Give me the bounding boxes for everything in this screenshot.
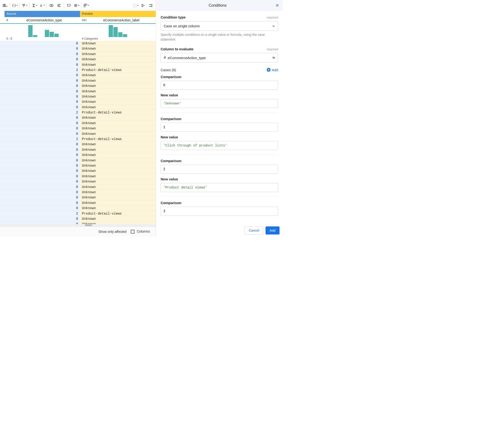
table-row[interactable]: 0 Unknown [0,78,156,83]
new-value-input[interactable] [161,183,278,192]
show-only-affected-label[interactable]: Show only affected [98,230,126,234]
table-row[interactable]: 0 Unknown [0,163,156,168]
table-row[interactable]: 2 Product·detail·views [0,211,156,216]
table-row[interactable]: 0 Unknown [0,52,156,57]
case-block: ComparisonNew value [161,75,278,108]
table-row[interactable]: 2 Product·detail·views [0,137,156,142]
histogram-source[interactable]: 0 - 6 [5,24,80,41]
merge-icon[interactable] [38,2,45,9]
cell-label: Unknown [80,121,156,126]
table-row[interactable]: 0 Unknown [0,168,156,174]
data-grid[interactable]: 0 Unknown 0 Unknown 0 Unknown 0 Unknown … [0,41,156,224]
filter-icon[interactable] [21,2,28,9]
join-icon[interactable] [48,2,55,9]
dedent-icon[interactable] [55,2,63,9]
sigma-icon[interactable] [31,2,38,9]
table-row[interactable]: 0 Unknown [0,121,156,126]
table-row[interactable]: 0 Unknown [0,152,156,158]
svg-rect-7 [84,4,85,5]
new-value-input[interactable] [161,141,278,150]
settings-icon[interactable] [147,2,154,9]
cell-type: 0 [5,190,80,195]
cell-type: 0 [5,195,80,200]
column-menu-icon[interactable] [1,2,9,9]
table-row[interactable]: 0 Unknown [0,158,156,163]
comment-icon[interactable] [65,2,72,9]
table-row[interactable]: 0 Unknown [0,190,156,195]
checkbox-icon[interactable] [131,230,135,234]
horizontal-scrollbar[interactable] [0,224,156,226]
column-source[interactable]: # eCommerceAction_type [5,18,80,22]
cell-type: 0 [5,142,80,147]
table-row[interactable]: 0 Unknown [0,142,156,147]
table-row[interactable]: 0 Unknown [0,126,156,131]
table-row[interactable]: 0 Unknown [0,73,156,78]
table-row[interactable]: 0 Unknown [0,99,156,104]
column-header-source[interactable]: Source [5,11,80,17]
svg-point-5 [74,4,77,7]
condition-type-value: Case on single column [164,24,200,28]
histogram-preview[interactable]: 4 Categories [80,24,156,41]
table-row[interactable]: 0 Unknown [0,41,156,46]
table-row[interactable]: 0 Unknown [0,83,156,89]
comparison-input[interactable] [161,165,278,174]
case-divider [161,154,278,155]
add-button[interactable]: Add [265,226,280,235]
comparison-input[interactable] [161,207,278,216]
new-value-input[interactable] [161,99,278,108]
table-row[interactable]: 0 Unknown [0,205,156,211]
case-block: ComparisonNew value [161,117,278,150]
table-row[interactable]: 0 Unknown [0,62,156,67]
histogram-row: 0 - 6 4 Categories [0,24,156,41]
table-row[interactable]: 0 Unknown [0,94,156,99]
cancel-button[interactable]: Cancel [245,226,263,235]
cell-type: 0 [5,94,80,99]
pivot-icon[interactable] [139,2,147,9]
table-row[interactable]: 0 Unknown [0,46,156,51]
close-icon[interactable]: ✕ [276,3,279,8]
table-row[interactable]: 2 Product·detail·views [0,67,156,73]
cell-label: Unknown [80,179,156,184]
cell-type: 0 [5,168,80,174]
cell-label: Unknown [80,73,156,78]
cell-label: Unknown [80,57,156,62]
target-icon[interactable] [73,2,80,9]
table-row[interactable]: 0 Unknown [0,147,156,152]
table-row[interactable]: 0 Unknown [0,222,156,224]
cell-type: 0 [5,41,80,46]
comparison-input[interactable] [161,81,278,90]
column-preview[interactable]: ABC eCommerceAction_label [80,18,156,22]
table-row[interactable]: 0 Unknown [0,115,156,120]
table-row[interactable]: 0 Unknown [0,131,156,137]
condition-type-help: Specify multiple conditions on a single … [161,32,278,42]
table-row[interactable]: 2 Product·detail·views [0,110,156,115]
text-type-icon: ABC [82,18,87,22]
separator [81,3,81,8]
functions-icon[interactable] [83,2,90,9]
table-row[interactable]: 0 Unknown [0,179,156,184]
table-row[interactable]: 0 Unknown [0,89,156,94]
table-row[interactable]: 0 Unknown [0,195,156,200]
cell-label: Unknown [80,142,156,147]
table-row[interactable]: 0 Unknown [0,200,156,205]
column-header-preview[interactable]: Preview [80,11,156,17]
panel-header: Conditions ✕ [156,0,283,11]
columns-toggle[interactable]: Columns [131,229,150,234]
table-row[interactable]: 0 Unknown [0,184,156,190]
table-row[interactable]: 0 Unknown [0,216,156,222]
cell-label: Unknown [80,205,156,211]
add-case-button[interactable]: Add [266,68,278,72]
cell-label: Unknown [80,126,156,131]
required-tag: required [267,48,278,51]
braces-icon[interactable] [11,2,18,9]
condition-type-select[interactable]: Case on single column [161,21,278,31]
table-row[interactable]: 0 Unknown [0,174,156,179]
required-tag: required [267,16,278,19]
conditions-panel: Conditions ✕ Condition type required Cas… [156,0,283,236]
select-icon[interactable] [132,2,139,9]
comparison-input[interactable] [161,123,278,132]
table-row[interactable]: 0 Unknown [0,57,156,62]
table-row[interactable]: 0 Unknown [0,105,156,110]
column-to-evaluate-select[interactable]: # eCommerceAction_type ✕ [161,53,278,62]
histogram-preview-label: 4 Categories [82,37,98,40]
